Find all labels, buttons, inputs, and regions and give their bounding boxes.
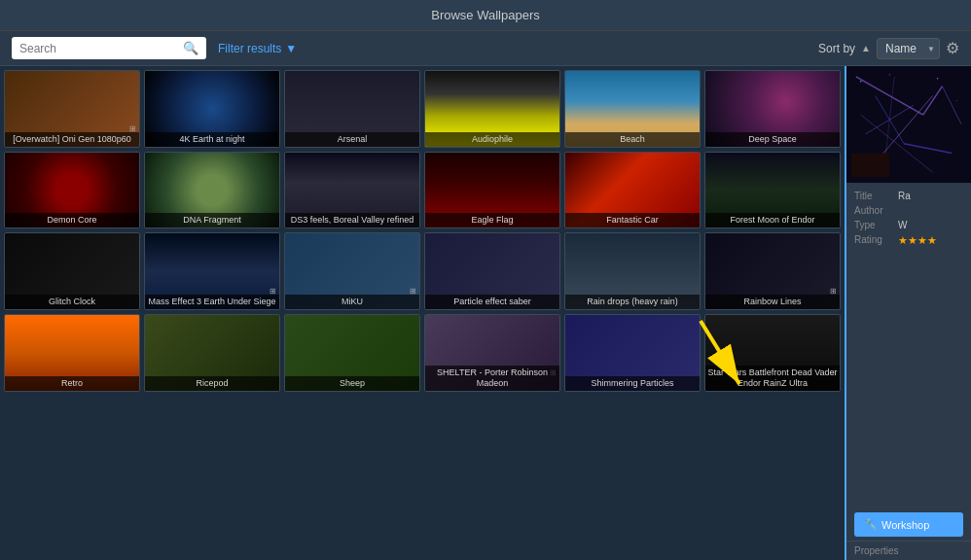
- wallpaper-item[interactable]: DNA Fragment: [144, 152, 280, 229]
- filter-label: Filter results: [218, 42, 281, 55]
- title-value: Ra: [898, 191, 911, 201]
- wallpaper-item[interactable]: Particle effect saber: [424, 232, 560, 310]
- wallpaper-grid: ⊞ [Overwatch] Oni Gen 1080p60 4K Earth a…: [4, 70, 841, 392]
- wallpaper-name: Deep Space: [705, 132, 840, 147]
- info-section: Title Ra Author Type W Rating ★★★★: [846, 183, 971, 508]
- page-header: Browse Wallpapers: [0, 0, 971, 31]
- wallpaper-name: Star Wars Battlefront Dead Vader Endor R…: [705, 366, 840, 391]
- wallpaper-name: Beach: [565, 132, 700, 147]
- properties-label: Properties: [846, 541, 971, 560]
- wallpaper-item[interactable]: ⊞ [Overwatch] Oni Gen 1080p60: [4, 70, 140, 148]
- wallpaper-name: Mass Effect 3 Earth Under Siege: [145, 295, 279, 309]
- wallpaper-name: Ricepod: [145, 376, 279, 391]
- wallpaper-name: Demon Core: [5, 213, 139, 228]
- wallpaper-name: DS3 feels, Boreal Valley refined: [285, 213, 419, 228]
- rating-stars: ★★★★: [898, 234, 937, 247]
- author-row: Author: [854, 205, 963, 216]
- search-input[interactable]: [19, 42, 179, 55]
- sort-direction: ▲: [861, 43, 871, 53]
- sort-select[interactable]: Name Rating Date Size: [877, 38, 940, 59]
- workshop-label: Workshop: [881, 519, 929, 531]
- wallpaper-name: SHELTER - Porter Robinson Madeon: [425, 366, 559, 391]
- wallpaper-item[interactable]: Sheep: [284, 314, 420, 392]
- wallpaper-item[interactable]: Deep Space: [704, 70, 841, 148]
- title-row: Title Ra: [854, 191, 963, 201]
- wallpaper-name: Fantastic Car: [565, 213, 700, 228]
- wallpaper-item[interactable]: Glitch Clock: [4, 232, 140, 310]
- wallpaper-item[interactable]: ⊞ MiKU: [284, 232, 420, 310]
- wallpaper-item[interactable]: Shimmering Particles: [564, 314, 701, 392]
- workshop-icon: 🔧: [864, 518, 878, 531]
- sortby-group: Sort by ▲ Name Rating Date Size ⚙: [818, 38, 959, 59]
- search-icon: 🔍: [183, 41, 198, 55]
- wallpaper-item[interactable]: Ricepod: [144, 314, 280, 392]
- wallpaper-item[interactable]: ⊞ Rainbow Lines: [704, 232, 841, 310]
- wallpaper-name: Forest Moon of Endor: [705, 213, 840, 228]
- wallpaper-item[interactable]: Retro: [4, 314, 140, 392]
- wallpaper-name: Audiophile: [425, 132, 559, 147]
- svg-rect-10: [851, 154, 889, 178]
- type-row: Type W: [854, 220, 963, 230]
- wallpaper-name: MiKU: [285, 295, 419, 309]
- svg-point-12: [889, 74, 890, 75]
- wallpaper-name: Sheep: [285, 376, 419, 391]
- detail-panel: Title Ra Author Type W Rating ★★★★ 🔧 Wor…: [845, 66, 971, 560]
- wallpaper-item[interactable]: Audiophile: [424, 70, 560, 148]
- wallpaper-item[interactable]: DS3 feels, Boreal Valley refined: [284, 152, 420, 229]
- wallpaper-name: Rain drops (heavy rain): [565, 295, 700, 309]
- search-box: 🔍: [12, 37, 206, 59]
- author-label: Author: [854, 205, 898, 216]
- wallpaper-name: Arsenal: [285, 132, 419, 147]
- preview-image: [846, 66, 971, 183]
- wallpaper-name: Retro: [5, 376, 139, 391]
- wallpaper-name: DNA Fragment: [145, 213, 279, 228]
- main-content: ⊞ [Overwatch] Oni Gen 1080p60 4K Earth a…: [0, 66, 971, 560]
- wallpaper-name: Rainbow Lines: [705, 295, 840, 309]
- toolbar: 🔍 Filter results ▼ Sort by ▲ Name Rating…: [0, 31, 971, 66]
- title-label: Title: [854, 191, 898, 201]
- wallpaper-name: Particle effect saber: [425, 295, 559, 309]
- type-label: Type: [854, 220, 898, 230]
- wallpaper-item[interactable]: Forest Moon of Endor: [704, 152, 841, 229]
- wallpaper-item[interactable]: ⊞ Mass Effect 3 Earth Under Siege: [144, 232, 280, 310]
- wallpaper-item[interactable]: Arsenal: [284, 70, 420, 148]
- sortby-label: Sort by: [818, 42, 855, 55]
- wallpaper-name: [Overwatch] Oni Gen 1080p60: [5, 132, 139, 147]
- wallpaper-item[interactable]: Demon Core: [4, 152, 140, 229]
- page-title: Browse Wallpapers: [431, 8, 540, 22]
- wallpaper-name: 4K Earth at night: [145, 132, 279, 147]
- type-value: W: [898, 220, 907, 230]
- rating-label: Rating: [854, 234, 898, 245]
- svg-point-13: [937, 78, 938, 79]
- workshop-button[interactable]: 🔧 Workshop: [854, 512, 963, 537]
- filter-icon: ▼: [285, 42, 297, 55]
- wallpaper-item[interactable]: Rain drops (heavy rain): [564, 232, 701, 310]
- preview-area: [846, 66, 971, 183]
- wallpaper-item[interactable]: Fantastic Car: [564, 152, 701, 229]
- wallpaper-name: Glitch Clock: [5, 295, 139, 309]
- wallpaper-grid-panel[interactable]: ⊞ [Overwatch] Oni Gen 1080p60 4K Earth a…: [0, 66, 845, 560]
- rating-row: Rating ★★★★: [854, 234, 963, 247]
- svg-point-11: [860, 81, 862, 83]
- wallpaper-item[interactable]: Beach: [564, 70, 701, 148]
- wallpaper-item[interactable]: ⊞ Star Wars Battlefront Dead Vader Endor…: [704, 314, 841, 392]
- filter-button[interactable]: Filter results ▼: [218, 42, 297, 55]
- wallpaper-name: Eagle Flag: [425, 213, 559, 228]
- wallpaper-item[interactable]: ⊞ SHELTER - Porter Robinson Madeon: [424, 314, 560, 392]
- settings-button[interactable]: ⚙: [946, 39, 959, 57]
- wallpaper-name: Shimmering Particles: [565, 376, 700, 391]
- svg-point-14: [956, 100, 957, 101]
- wallpaper-item[interactable]: Eagle Flag: [424, 152, 560, 229]
- sort-select-wrapper: Name Rating Date Size: [877, 38, 940, 59]
- wallpaper-item[interactable]: 4K Earth at night: [144, 70, 280, 148]
